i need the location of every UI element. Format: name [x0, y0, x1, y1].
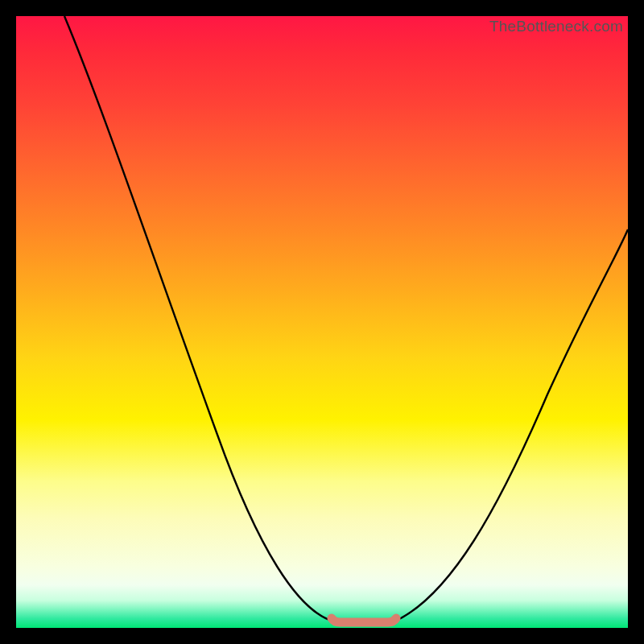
curve-svg — [16, 16, 628, 628]
chart-frame: TheBottleneck.com — [0, 0, 644, 644]
curve-flat-segment — [332, 618, 396, 622]
curve-right-branch — [394, 229, 628, 621]
curve-left-branch — [64, 16, 334, 621]
plot-area: TheBottleneck.com — [16, 16, 628, 628]
